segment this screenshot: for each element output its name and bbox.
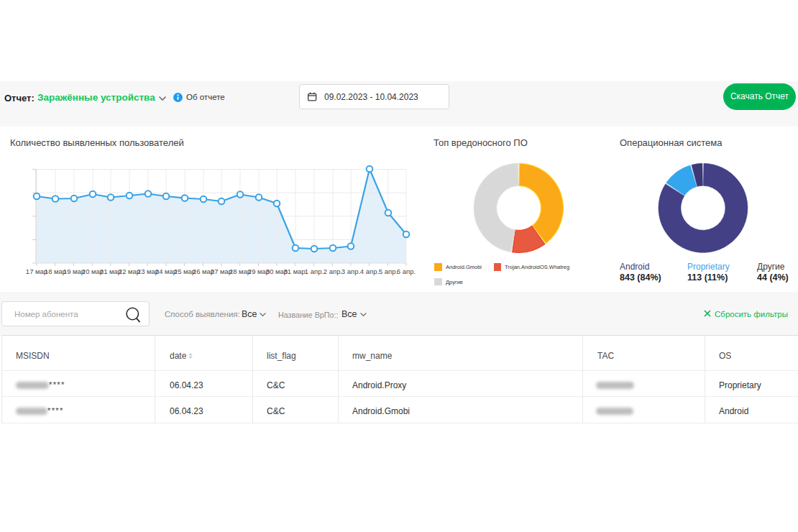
svg-text:3 апр.: 3 апр.: [341, 267, 360, 275]
svg-text:4 апр.: 4 апр.: [360, 267, 379, 275]
svg-text:2 апр.: 2 апр.: [324, 267, 342, 275]
svg-text:5 апр.: 5 апр.: [379, 267, 398, 275]
svg-text:6 апр.: 6 апр.: [397, 267, 416, 275]
svg-text:31 мар.: 31 мар.: [284, 267, 308, 275]
svg-text:1 апр.: 1 апр.: [305, 267, 324, 275]
